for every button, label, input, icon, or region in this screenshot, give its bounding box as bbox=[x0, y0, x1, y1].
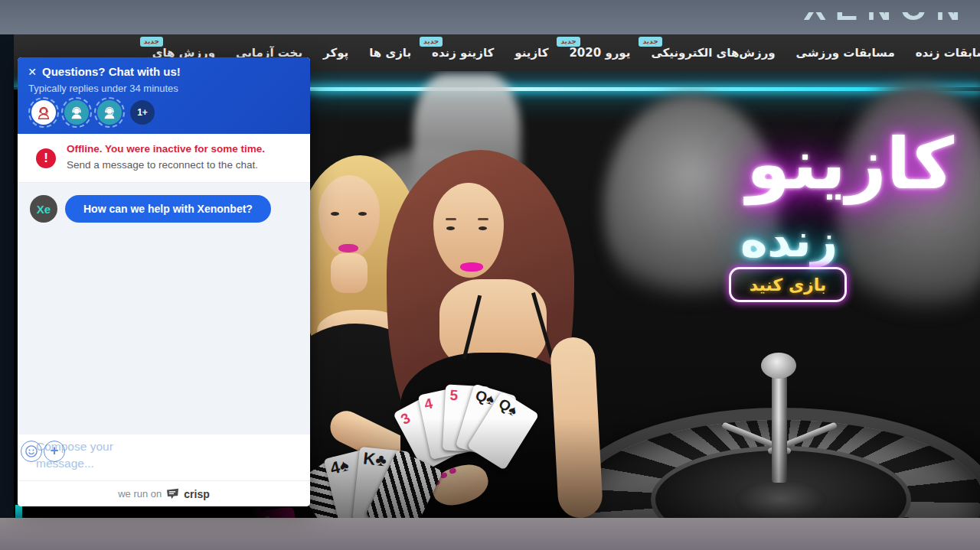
blonde-lips bbox=[338, 244, 358, 252]
nav-item-sports-matches[interactable]: مسابقات ورزشی bbox=[796, 46, 895, 60]
hero-neon-title: کازینو bbox=[722, 123, 978, 205]
operator-avatar bbox=[31, 100, 56, 125]
teal-neon-fragment bbox=[15, 505, 22, 518]
avatar-overflow-count: 1+ bbox=[130, 100, 155, 125]
chat-title: Questions? Chat with us! bbox=[42, 65, 299, 78]
headset-person-icon bbox=[68, 104, 85, 121]
compose-area: Compose your message... + bbox=[18, 434, 310, 480]
offline-hint: Send a message to reconnect to the chat. bbox=[67, 159, 299, 171]
chat-header: ✕ Questions? Chat with us! Typically rep… bbox=[18, 57, 310, 134]
new-badge: جدید bbox=[639, 37, 662, 47]
nav-item-poker[interactable]: پوکر bbox=[323, 46, 348, 60]
bot-message-row: Xe How can we help with Xenonbet? bbox=[30, 195, 298, 223]
warning-icon: ! bbox=[36, 148, 56, 168]
new-badge: جدید bbox=[557, 37, 580, 47]
offline-banner: ! Offline. You were inactive for some ti… bbox=[18, 134, 310, 183]
hero-play-button[interactable]: بازی کنید bbox=[729, 267, 847, 302]
attach-icon[interactable]: + bbox=[44, 441, 65, 462]
emoji-icon[interactable] bbox=[21, 441, 42, 462]
new-badge: جدید bbox=[140, 37, 163, 47]
offline-message: Offline. You were inactive for some time… bbox=[67, 143, 299, 155]
operator-avatar bbox=[64, 100, 89, 125]
footer-text: we run on bbox=[118, 488, 162, 500]
headset-person-icon bbox=[35, 104, 52, 121]
chat-reply-time: Typically replies under 34 minutes bbox=[28, 83, 299, 94]
crowd-figure bbox=[837, 83, 980, 335]
nav-item-live-matches[interactable]: مسابقات زنده bbox=[916, 46, 980, 60]
quick-reply-button[interactable]: How can we help with Xenonbet? bbox=[65, 195, 271, 223]
nav-item-live-casino[interactable]: جدید کازینو زنده bbox=[432, 46, 494, 60]
site-logo-text: XENON bbox=[804, 12, 969, 28]
screen: XENON مسابقات زنده مسابقات ورزشی جدید ور… bbox=[0, 0, 980, 550]
operator-avatars: 1+ bbox=[28, 97, 158, 128]
crisp-brand-text[interactable]: crisp bbox=[184, 488, 209, 500]
nav-item-games[interactable]: بازی ها bbox=[369, 46, 411, 60]
page-left-edge bbox=[0, 34, 14, 518]
nav-item-euro-2020[interactable]: جدید یورو 2020 bbox=[569, 46, 630, 60]
chat-messages-area: Xe How can we help with Xenonbet? bbox=[18, 183, 310, 434]
chat-widget: ✕ Questions? Chat with us! Typically rep… bbox=[18, 57, 310, 506]
chat-footer: we run on crisp bbox=[18, 480, 310, 506]
operator-avatar bbox=[97, 100, 122, 125]
crisp-logo-icon bbox=[166, 488, 179, 500]
auburn-lips bbox=[460, 262, 483, 272]
new-badge: جدید bbox=[420, 37, 443, 47]
bot-avatar: Xe bbox=[30, 195, 57, 223]
headset-person-icon bbox=[101, 104, 118, 121]
nav-item-casino[interactable]: کازینو bbox=[514, 46, 548, 60]
desktop-bottom-band bbox=[0, 518, 980, 550]
site-logo-clipped: XENON bbox=[778, 12, 969, 34]
hero-neon-subtitle: زنده bbox=[714, 213, 864, 267]
desktop-top-band: XENON bbox=[0, 0, 980, 34]
nav-item-esports[interactable]: جدید ورزش‌های الکترونیکی bbox=[651, 46, 775, 60]
close-icon[interactable]: ✕ bbox=[26, 66, 38, 78]
